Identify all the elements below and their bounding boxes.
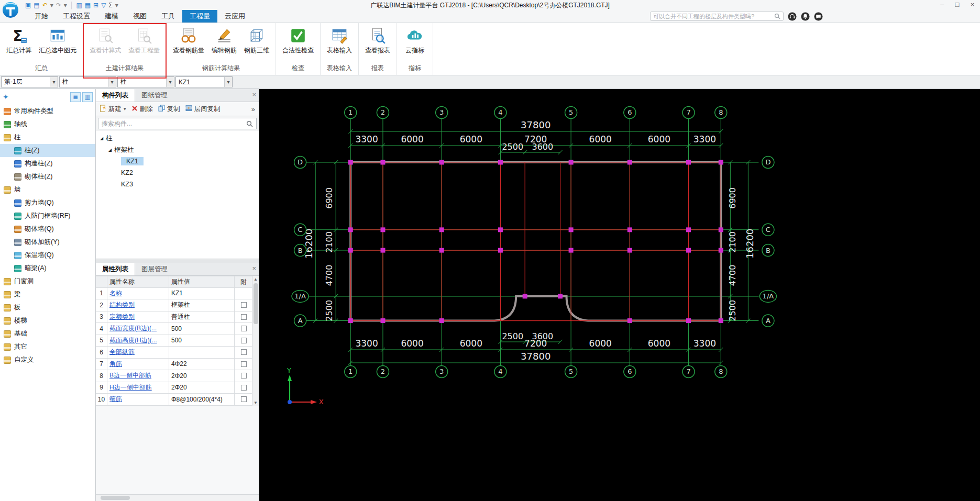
table-row[interactable]: 9H边一侧中部筋2Φ20 — [96, 382, 252, 394]
app-logo-icon[interactable] — [2, 1, 20, 19]
ribbon-tab[interactable]: 工具 — [154, 10, 182, 23]
sidebar-item[interactable]: 常用构件类型 — [0, 105, 95, 118]
attach-checkbox[interactable] — [241, 361, 247, 367]
column-marker[interactable] — [380, 227, 385, 232]
table-icon[interactable]: ▦ — [85, 0, 91, 10]
ribbon-button[interactable]: 编辑钢筋 — [208, 26, 240, 57]
undo-icon[interactable]: ↶ — [42, 0, 48, 10]
tree-item[interactable]: KZ1 — [96, 155, 259, 167]
toolbar-button[interactable]: 复制 — [158, 105, 180, 114]
save-all-icon[interactable]: ▤ — [34, 0, 39, 10]
table-row[interactable]: 4截面宽度(B边)(...500 — [96, 323, 252, 335]
sidebar-item[interactable]: 门窗洞 — [0, 275, 95, 288]
ribbon-tab[interactable]: 建模 — [97, 10, 126, 23]
grid-icon[interactable]: ⊞ — [93, 0, 98, 10]
panel-tab[interactable]: 图层管理 — [135, 263, 174, 275]
attach-checkbox[interactable] — [241, 314, 247, 320]
selector-dropdown[interactable]: 柱▾ — [59, 76, 116, 87]
attach-checkbox[interactable] — [241, 385, 247, 391]
ribbon-button[interactable]: 查看计算式 — [86, 26, 124, 57]
column-marker[interactable] — [498, 248, 503, 253]
horizontal-scrollbar[interactable] — [96, 494, 259, 501]
column-marker[interactable] — [558, 294, 563, 298]
property-value-cell[interactable]: 2Φ20 — [169, 370, 235, 382]
scrollbar-thumb[interactable] — [101, 496, 130, 500]
toolbar-button[interactable]: 新建▾ — [100, 105, 126, 114]
sidebar-item[interactable]: 构造柱(Z) — [0, 157, 95, 170]
column-marker[interactable] — [523, 294, 527, 298]
selector-dropdown[interactable]: 第-1层▾ — [1, 76, 58, 87]
column-marker[interactable] — [627, 318, 632, 323]
new-doc-icon[interactable]: ▥ — [76, 0, 82, 10]
table-row[interactable]: 6全部纵筋 — [96, 347, 252, 359]
sidebar-item[interactable]: 柱 — [0, 131, 95, 144]
ribbon-button[interactable]: 钢筋三维 — [241, 26, 272, 57]
sidebar-item[interactable]: 墙 — [0, 183, 95, 196]
column-marker[interactable] — [439, 160, 444, 165]
property-value-cell[interactable]: 普通柱 — [169, 311, 235, 323]
sidebar-item[interactable]: 保温墙(Q) — [0, 249, 95, 262]
property-value-cell[interactable]: 500 — [169, 323, 235, 335]
chevron-down-icon[interactable]: ▾ — [166, 77, 174, 87]
table-row[interactable]: 3定额类别普通柱 — [96, 311, 252, 324]
help-search-input[interactable] — [653, 13, 774, 19]
ribbon-tab[interactable]: 工程量 — [182, 10, 217, 23]
save-icon[interactable]: ▣ — [25, 0, 31, 10]
table-row[interactable]: 7角筋4Φ22 — [96, 359, 252, 371]
expander-icon[interactable]: ◢ — [108, 148, 112, 152]
table-row[interactable]: 2结构类别框架柱 — [96, 299, 252, 311]
sidebar-item[interactable]: 砌体墙(Q) — [0, 222, 95, 236]
sidebar-item[interactable]: 暗梁(A) — [0, 262, 95, 275]
component-search-box[interactable]: 搜索构件... — [98, 118, 257, 129]
sidebar-item[interactable]: 柱(Z) — [0, 144, 95, 157]
ribbon-button[interactable]: Σ汇总计算 — [3, 26, 35, 57]
column-marker[interactable] — [686, 227, 691, 232]
sidebar-item[interactable]: 其它 — [0, 340, 95, 353]
search-icon[interactable] — [246, 120, 253, 127]
table-row[interactable]: 10箍筋Φ8@100/200(4*4) — [96, 394, 252, 406]
panel-view-button[interactable]: ▥ — [82, 92, 93, 102]
sidebar-item[interactable]: 梁 — [0, 288, 95, 301]
property-value-cell[interactable]: KZ1 — [169, 288, 235, 299]
vertical-scrollbar[interactable]: ▲ ▼ — [252, 276, 259, 406]
column-marker[interactable] — [627, 160, 632, 165]
column-marker[interactable] — [686, 318, 691, 323]
redo-icon[interactable]: ↷ — [56, 0, 61, 10]
sidebar-item[interactable]: 基础 — [0, 327, 95, 340]
property-value-cell[interactable]: 500 — [169, 335, 235, 347]
sidebar-item[interactable]: 板 — [0, 301, 95, 314]
attach-checkbox[interactable] — [241, 302, 247, 308]
list-view-button[interactable]: ≣ — [70, 92, 81, 102]
sidebar-item[interactable]: 自定义 — [0, 353, 95, 366]
property-value-cell[interactable]: 框架柱 — [169, 299, 235, 311]
column-marker[interactable] — [569, 160, 574, 165]
column-marker[interactable] — [439, 248, 444, 253]
ribbon-tab[interactable]: 工程设置 — [56, 10, 97, 23]
drawing-canvas[interactable]: 3780033006000600072006000600033002500360… — [259, 89, 980, 501]
scrollbar-thumb[interactable] — [254, 283, 258, 324]
panel-tab[interactable]: 构件列表 — [96, 89, 135, 102]
column-marker[interactable] — [348, 248, 353, 253]
property-value-cell[interactable]: Φ8@100/200(4*4) — [169, 394, 235, 405]
ribbon-button[interactable]: 汇总选中图元 — [36, 26, 80, 57]
filter-icon[interactable]: ▽ — [101, 0, 106, 10]
bell-icon[interactable] — [801, 12, 810, 21]
sidebar-item[interactable]: 楼梯 — [0, 314, 95, 327]
column-marker[interactable] — [380, 248, 385, 253]
column-marker[interactable] — [719, 160, 723, 165]
column-marker[interactable] — [569, 248, 574, 253]
column-marker[interactable] — [380, 318, 385, 323]
expander-icon[interactable]: ◢ — [100, 136, 103, 141]
ribbon-button[interactable]: 合法性检查 — [279, 26, 317, 57]
column-marker[interactable] — [498, 227, 503, 232]
property-value-cell[interactable]: 4Φ22 — [169, 359, 235, 370]
sidebar-item[interactable]: 人防门框墙(RF) — [0, 209, 95, 222]
undo-caret-icon[interactable]: ▾ — [50, 0, 53, 10]
column-marker[interactable] — [719, 318, 723, 323]
ribbon-tab[interactable]: 云应用 — [217, 10, 252, 23]
column-marker[interactable] — [348, 318, 353, 323]
tree-item[interactable]: KZ2 — [96, 167, 259, 179]
sidebar-item[interactable]: 砌体柱(Z) — [0, 170, 95, 183]
panel-splitter[interactable] — [96, 259, 259, 263]
chevron-down-icon[interactable]: ▾ — [50, 77, 58, 87]
